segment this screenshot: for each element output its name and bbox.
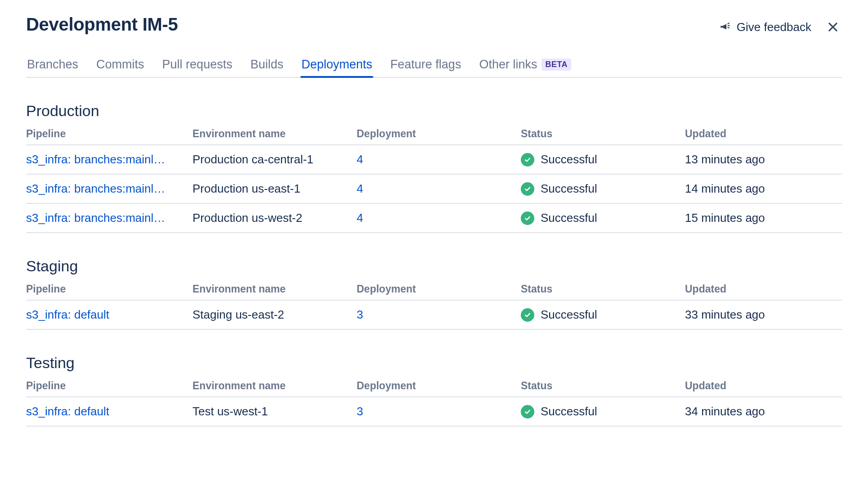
deployments-table: Pipeline Environment name Deployment Sta… xyxy=(26,279,842,330)
megaphone-icon xyxy=(720,21,731,33)
col-pipeline: Pipeline xyxy=(26,380,192,392)
section-title: Testing xyxy=(26,354,842,372)
tab-label: Commits xyxy=(96,58,144,72)
status-cell: Successful xyxy=(521,211,685,225)
status-text: Successful xyxy=(541,308,597,322)
col-updated: Updated xyxy=(685,128,842,140)
environment-name: Test us-west-1 xyxy=(192,405,357,418)
table-header: Pipeline Environment name Deployment Sta… xyxy=(26,279,842,301)
table-row: s3_infra: branches:mainl… Production ca-… xyxy=(26,145,842,175)
col-updated: Updated xyxy=(685,283,842,295)
col-deployment: Deployment xyxy=(357,128,521,140)
success-icon xyxy=(521,182,534,196)
tab-label: Builds xyxy=(251,58,284,72)
close-button[interactable] xyxy=(824,18,842,36)
environment-name: Staging us-east-2 xyxy=(192,308,357,322)
col-deployment: Deployment xyxy=(357,380,521,392)
give-feedback-button[interactable]: Give feedback xyxy=(720,20,811,34)
col-status: Status xyxy=(521,283,685,295)
col-updated: Updated xyxy=(685,380,842,392)
environment-name: Production us-east-1 xyxy=(192,182,357,196)
deployment-link[interactable]: 4 xyxy=(357,153,521,166)
tab-label: Branches xyxy=(27,58,78,72)
section-title: Staging xyxy=(26,257,842,275)
pipeline-link[interactable]: s3_infra: branches:mainl… xyxy=(26,211,192,225)
col-environment: Environment name xyxy=(192,283,357,295)
deployments-table: Pipeline Environment name Deployment Sta… xyxy=(26,124,842,233)
tab-commits[interactable]: Commits xyxy=(95,58,145,77)
header-actions: Give feedback xyxy=(720,18,842,36)
success-icon xyxy=(521,153,534,166)
environment-name: Production ca-central-1 xyxy=(192,153,357,166)
status-text: Successful xyxy=(541,211,597,225)
close-icon xyxy=(827,21,839,33)
section-staging: Staging Pipeline Environment name Deploy… xyxy=(26,257,842,330)
tab-branches[interactable]: Branches xyxy=(26,58,79,77)
col-environment: Environment name xyxy=(192,128,357,140)
tab-feature-flags[interactable]: Feature flags xyxy=(389,58,462,77)
success-icon xyxy=(521,308,534,322)
deployment-link[interactable]: 3 xyxy=(357,405,521,418)
status-text: Successful xyxy=(541,182,597,196)
svg-rect-0 xyxy=(720,26,722,27)
updated-text: 33 minutes ago xyxy=(685,308,842,322)
pipeline-link[interactable]: s3_infra: branches:mainl… xyxy=(26,182,192,196)
pipeline-link[interactable]: s3_infra: default xyxy=(26,405,192,418)
deployments-panel: Development IM-5 Give feedback xyxy=(0,0,868,504)
beta-badge: BETA xyxy=(541,58,571,71)
updated-text: 13 minutes ago xyxy=(685,153,842,166)
deployment-link[interactable]: 4 xyxy=(357,182,521,196)
success-icon xyxy=(521,405,534,418)
tabs-bar: Branches Commits Pull requests Builds De… xyxy=(26,58,842,78)
col-status: Status xyxy=(521,128,685,140)
tab-pull-requests[interactable]: Pull requests xyxy=(161,58,233,77)
deployment-link[interactable]: 4 xyxy=(357,211,521,225)
status-cell: Successful xyxy=(521,308,685,322)
tab-label: Deployments xyxy=(301,58,372,72)
deployments-table: Pipeline Environment name Deployment Sta… xyxy=(26,376,842,427)
pipeline-link[interactable]: s3_infra: default xyxy=(26,308,192,322)
col-status: Status xyxy=(521,380,685,392)
table-header: Pipeline Environment name Deployment Sta… xyxy=(26,376,842,397)
status-text: Successful xyxy=(541,153,597,166)
tab-deployments[interactable]: Deployments xyxy=(300,58,373,77)
panel-title: Development IM-5 xyxy=(26,14,178,35)
table-row: s3_infra: branches:mainl… Production us-… xyxy=(26,175,842,204)
pipeline-link[interactable]: s3_infra: branches:mainl… xyxy=(26,153,192,166)
table-row: s3_infra: branches:mainl… Production us-… xyxy=(26,204,842,233)
status-cell: Successful xyxy=(521,153,685,166)
col-environment: Environment name xyxy=(192,380,357,392)
status-text: Successful xyxy=(541,405,597,418)
table-row: s3_infra: default Staging us-east-2 3 Su… xyxy=(26,301,842,330)
col-pipeline: Pipeline xyxy=(26,128,192,140)
give-feedback-label: Give feedback xyxy=(737,20,811,34)
section-production: Production Pipeline Environment name Dep… xyxy=(26,102,842,233)
deployment-link[interactable]: 3 xyxy=(357,308,521,322)
tab-other-links[interactable]: Other links BETA xyxy=(478,58,572,77)
tab-label: Pull requests xyxy=(162,58,233,72)
updated-text: 15 minutes ago xyxy=(685,211,842,225)
tab-label: Other links xyxy=(479,58,537,72)
col-deployment: Deployment xyxy=(357,283,521,295)
panel-header: Development IM-5 Give feedback xyxy=(26,14,842,36)
environment-name: Production us-west-2 xyxy=(192,211,357,225)
success-icon xyxy=(521,212,534,225)
status-cell: Successful xyxy=(521,405,685,418)
table-header: Pipeline Environment name Deployment Sta… xyxy=(26,124,842,145)
section-testing: Testing Pipeline Environment name Deploy… xyxy=(26,354,842,427)
updated-text: 34 minutes ago xyxy=(685,405,842,418)
tab-label: Feature flags xyxy=(390,58,461,72)
table-row: s3_infra: default Test us-west-1 3 Succe… xyxy=(26,397,842,427)
tab-builds[interactable]: Builds xyxy=(250,58,285,77)
section-title: Production xyxy=(26,102,842,120)
col-pipeline: Pipeline xyxy=(26,283,192,295)
updated-text: 14 minutes ago xyxy=(685,182,842,196)
status-cell: Successful xyxy=(521,182,685,196)
